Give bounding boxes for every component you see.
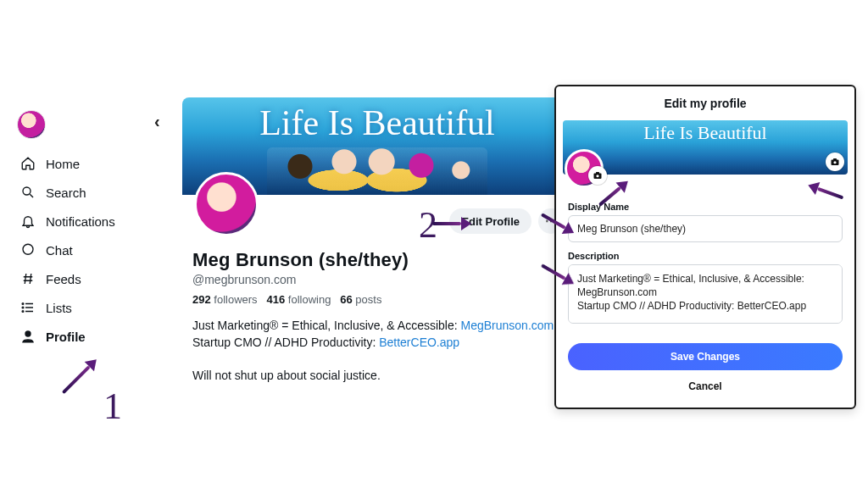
list-icon [20,300,36,315]
primary-nav: Home Search Notifications Chat Feeds [17,151,161,349]
sidebar: Home Search Notifications Chat Feeds [17,110,161,349]
back-button[interactable]: ‹ [154,112,160,131]
description-label: Description [568,251,843,261]
home-icon [20,156,36,171]
annotation-arrow [58,355,102,398]
profile-avatar[interactable] [194,172,259,236]
cancel-button[interactable]: Cancel [556,375,854,397]
bio-link[interactable]: MegBrunson.com [461,319,554,332]
profile-icon [20,329,36,344]
search-icon [20,185,36,200]
following-count[interactable]: 416 [266,293,285,306]
svg-rect-8 [596,172,599,174]
hash-icon [20,271,36,286]
followers-count[interactable]: 292 [192,293,211,306]
bell-icon [20,214,36,229]
svg-point-10 [833,161,836,164]
profile-bio: Just Marketing® = Ethical, Inclusive, & … [192,318,562,384]
nav-label: Chat [46,243,73,258]
svg-rect-11 [833,158,837,160]
display-name-label: Display Name [568,202,843,212]
camera-icon [830,157,840,167]
profile-card: Life Is Beautiful Edit Profile ⋯ Meg Bru… [182,97,572,401]
banner-text: Life Is Beautiful [259,103,495,143]
nav-label: Home [46,157,80,171]
annotation-step-1: 1 [103,385,122,428]
profile-counts: 292 followers 416 following 66 posts [192,293,562,306]
nav-label: Search [46,186,86,200]
nav-search[interactable]: Search [17,180,161,205]
nav-home[interactable]: Home [17,151,161,176]
svg-point-2 [22,303,24,305]
banner-photo [267,147,487,195]
nav-notifications[interactable]: Notifications [17,208,161,234]
description-input[interactable] [568,264,843,324]
modal-title: Edit my profile [556,86,854,117]
posts-count[interactable]: 66 [340,293,352,306]
svg-point-0 [23,187,31,195]
svg-point-4 [22,311,24,313]
handle: @megbrunson.com [192,273,562,286]
camera-avatar-button[interactable] [588,166,607,185]
nav-profile[interactable]: Profile [17,324,161,349]
avatar[interactable] [17,110,46,139]
camera-icon [593,170,603,180]
nav-label: Feeds [46,272,81,286]
modal-banner[interactable]: Life Is Beautiful [563,120,848,175]
display-name: Meg Brunson (she/they) [192,249,562,271]
edit-profile-button[interactable]: Edit Profile [449,208,531,234]
display-name-input[interactable] [568,215,843,242]
svg-point-3 [22,307,24,308]
nav-feeds[interactable]: Feeds [17,266,161,291]
nav-lists[interactable]: Lists [17,295,161,320]
nav-label: Profile [46,330,86,344]
edit-profile-modal: Edit my profile Life Is Beautiful Displa… [554,85,856,409]
camera-banner-button[interactable] [826,152,844,171]
nav-label: Lists [46,301,72,315]
nav-label: Notifications [46,214,115,229]
svg-point-7 [596,175,598,177]
svg-point-5 [25,331,31,336]
chat-icon [20,242,36,258]
save-button[interactable]: Save Changes [568,343,843,370]
bio-link[interactable]: BetterCEO.app [379,336,459,349]
nav-chat[interactable]: Chat [17,237,161,263]
